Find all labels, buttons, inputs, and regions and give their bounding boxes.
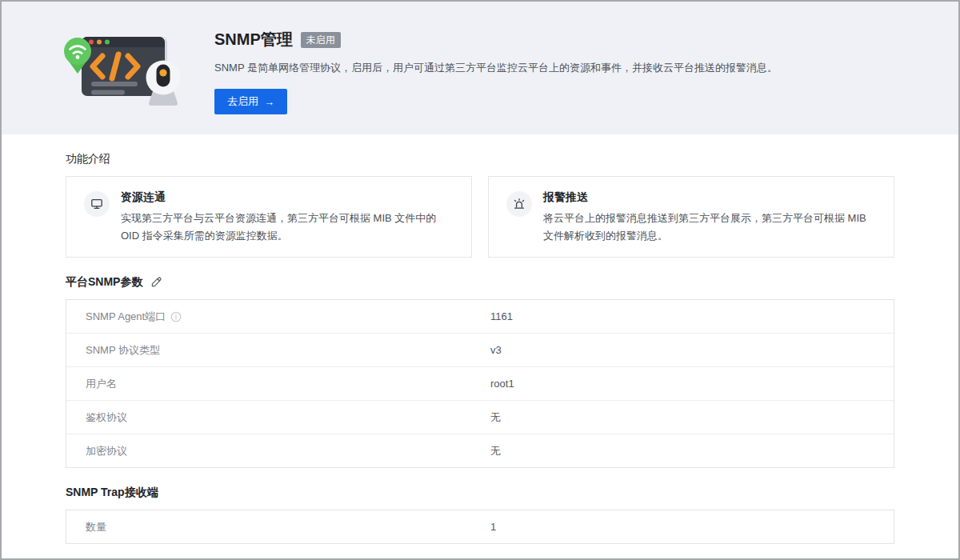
hero-title-row: SNMP管理 未启用 xyxy=(214,29,778,50)
param-label: 加密协议 xyxy=(86,444,127,458)
table-row: 用户名 root1 xyxy=(66,367,894,401)
page-title: SNMP管理 xyxy=(214,29,293,50)
param-label: SNMP Agent端口 xyxy=(86,310,166,324)
snmp-params-section-title: 平台SNMP参数 xyxy=(66,275,142,290)
param-value: 无 xyxy=(490,410,894,425)
code-window-illustration xyxy=(61,21,197,118)
snmp-params-table: SNMP Agent端口 1161 SNMP 协议类型 v3 用户名 root1… xyxy=(66,299,894,468)
snmp-params-section-header: 平台SNMP参数 xyxy=(66,275,894,290)
feature-card-body: 资源连通 实现第三方平台与云平台资源连通，第三方平台可根据 MIB 文件中的 O… xyxy=(121,190,454,245)
trap-receiver-section-title: SNMP Trap接收端 xyxy=(66,486,894,500)
page-description: SNMP 是简单网络管理协议，启用后，用户可通过第三方平台监控云平台上的资源和事… xyxy=(214,61,778,75)
page-content: 功能介绍 资源连通 实现第三方平台与云平台资源连通，第三方平台可根据 MIB 文… xyxy=(2,152,958,544)
info-icon[interactable] xyxy=(170,311,182,322)
param-label: 用户名 xyxy=(86,377,117,391)
param-label: 鉴权协议 xyxy=(86,410,127,425)
feature-card-alarm: 报警推送 将云平台上的报警消息推送到第三方平台展示，第三方平台可根据 MIB 文… xyxy=(488,176,894,258)
feature-cards: 资源连通 实现第三方平台与云平台资源连通，第三方平台可根据 MIB 文件中的 O… xyxy=(66,176,894,258)
param-label: 数量 xyxy=(86,520,106,534)
trap-receiver-table: 数量 1 xyxy=(66,510,894,544)
param-value: 无 xyxy=(490,444,894,458)
table-row: SNMP 协议类型 v3 xyxy=(66,334,894,367)
param-value: root1 xyxy=(490,378,894,390)
param-label: SNMP 协议类型 xyxy=(86,343,160,358)
feature-card-description: 将云平台上的报警消息推送到第三方平台展示，第三方平台可根据 MIB 文件解析收到… xyxy=(543,210,876,245)
param-value: v3 xyxy=(490,344,894,356)
feature-card-resource: 资源连通 实现第三方平台与云平台资源连通，第三方平台可根据 MIB 文件中的 O… xyxy=(66,176,472,258)
features-section-title: 功能介绍 xyxy=(66,152,894,166)
table-row: 加密协议 无 xyxy=(66,434,894,467)
feature-card-description: 实现第三方平台与云平台资源连通，第三方平台可根据 MIB 文件中的 OID 指令… xyxy=(121,210,454,245)
monitor-icon xyxy=(84,191,110,217)
arrow-right-icon: → xyxy=(264,96,274,108)
param-value: 1161 xyxy=(490,310,894,322)
feature-card-title: 资源连通 xyxy=(121,190,454,205)
snmp-illustration xyxy=(61,21,197,118)
enable-button[interactable]: 去启用 → xyxy=(214,89,287,114)
hero-main: SNMP管理 未启用 SNMP 是简单网络管理协议，启用后，用户可通过第三方平台… xyxy=(214,2,778,134)
feature-card-title: 报警推送 xyxy=(543,190,876,205)
param-value: 1 xyxy=(490,521,894,533)
table-row: SNMP Agent端口 1161 xyxy=(66,300,894,334)
alarm-icon xyxy=(506,191,532,217)
enable-button-label: 去启用 xyxy=(227,94,258,109)
snmp-management-page: { "hero": { "title": "SNMP管理", "badge": … xyxy=(0,0,960,560)
status-badge: 未启用 xyxy=(301,32,341,48)
table-row: 数量 1 xyxy=(66,510,894,543)
table-row: 鉴权协议 无 xyxy=(66,401,894,434)
feature-card-body: 报警推送 将云平台上的报警消息推送到第三方平台展示，第三方平台可根据 MIB 文… xyxy=(543,190,876,245)
page-header-banner: SNMP管理 未启用 SNMP 是简单网络管理协议，启用后，用户可通过第三方平台… xyxy=(2,2,958,134)
pencil-icon[interactable] xyxy=(150,277,162,288)
